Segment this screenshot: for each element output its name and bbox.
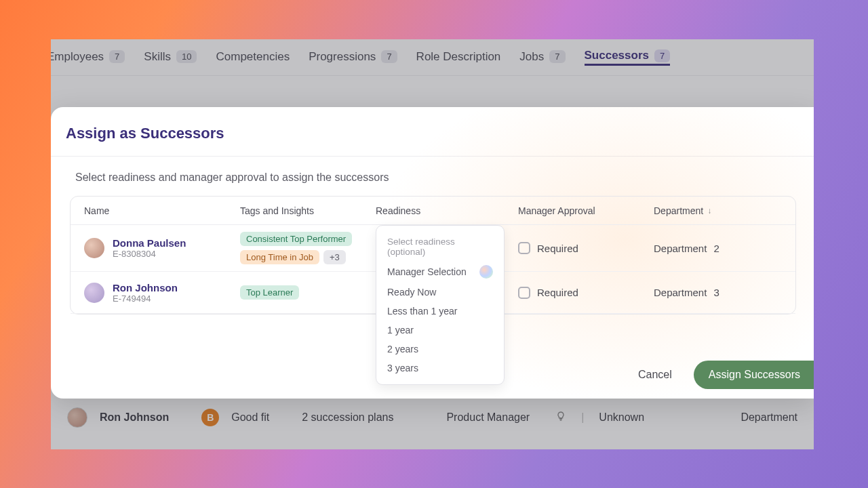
employee-id: E-749494 [113, 293, 178, 304]
col-label: Department [654, 205, 703, 216]
approval-checkbox[interactable] [518, 242, 530, 254]
dropdown-option-2-years[interactable]: 2 years [376, 340, 504, 359]
successors-table: Name Tags and Insights Readiness Manager… [70, 196, 796, 314]
option-label: 1 year [387, 325, 414, 336]
dept-label: Department [654, 243, 707, 254]
tag-more[interactable]: +3 [323, 250, 346, 264]
approval-label: Required [537, 243, 578, 254]
divider: | [581, 411, 584, 424]
department-cell: Department 3 [654, 287, 782, 298]
tabs-bar: Employees 7 Skills 10 Competencies Progr… [51, 39, 814, 76]
tags-cell: Consistent Top Performer Long Time in Jo… [240, 232, 376, 264]
tab-label: Skills [144, 50, 171, 64]
option-label: Manager Selection [387, 266, 467, 277]
fit-badge: B [201, 409, 219, 426]
tab-label: Jobs [519, 50, 544, 64]
dept-num: 2 [713, 243, 719, 254]
tab-jobs[interactable]: Jobs 7 [519, 50, 565, 65]
approval-cell: Required [518, 287, 654, 299]
col-readiness: Readiness [376, 205, 518, 216]
tab-skills[interactable]: Skills 10 [144, 50, 197, 65]
background-list-row: Ron Johnson B Good fit 2 succession plan… [51, 398, 814, 437]
tab-badge: 10 [176, 50, 197, 63]
tab-badge: 7 [549, 50, 565, 63]
tag: Top Learner [240, 285, 299, 300]
col-tags: Tags and Insights [240, 205, 376, 216]
avatar [84, 283, 104, 303]
lightbulb-icon [555, 411, 566, 424]
tab-progressions[interactable]: Progressions 7 [309, 50, 397, 65]
option-label: 3 years [387, 363, 418, 373]
name-cell: Ron Johnson E-749494 [84, 282, 240, 304]
sort-down-icon: ↓ [707, 206, 711, 216]
fit-label: Good fit [231, 411, 269, 424]
readiness-dropdown[interactable]: Select readiness (optional) Manager Sele… [376, 225, 505, 385]
cancel-button[interactable]: Cancel [629, 362, 682, 388]
col-department[interactable]: Department ↓ [654, 205, 782, 216]
dept-label: Department [654, 287, 707, 298]
employee-id: E-8308304 [113, 249, 186, 259]
modal-title: Assign as Successors [51, 125, 814, 156]
dropdown-option-ready-now[interactable]: Ready Now [376, 283, 504, 302]
tab-employees[interactable]: Employees 7 [51, 50, 125, 65]
name-cell: Donna Paulsen E-8308304 [84, 237, 240, 259]
avatar [84, 238, 104, 258]
unknown-text: Unknown [599, 411, 644, 424]
option-label: Less than 1 year [387, 306, 458, 317]
tab-label: Competencies [216, 50, 290, 64]
employee-name: Ron Johnson [113, 282, 178, 293]
option-label: Ready Now [387, 287, 436, 298]
dropdown-option-manager-selection[interactable]: Manager Selection [376, 261, 504, 283]
dropdown-placeholder: Select readiness (optional) [376, 232, 504, 261]
role-text: Product Manager [446, 411, 530, 424]
assign-successors-button[interactable]: Assign Successors [694, 361, 814, 389]
tab-badge: 7 [109, 50, 125, 63]
dept-text: Department [741, 411, 797, 424]
dropdown-option-1-year[interactable]: 1 year [376, 321, 504, 340]
modal-footer: Cancel Assign Successors [629, 361, 814, 389]
tab-role-description[interactable]: Role Description [416, 50, 501, 65]
tab-successors[interactable]: Successors 7 [585, 49, 671, 66]
table-header: Name Tags and Insights Readiness Manager… [71, 197, 795, 225]
modal-subtitle: Select readiness and manager approval to… [51, 157, 814, 196]
gradient-orb-icon [479, 265, 493, 279]
tab-label: Role Description [416, 50, 501, 64]
tag: Long Time in Job [240, 250, 319, 264]
option-label: 2 years [387, 344, 418, 354]
tab-competencies[interactable]: Competencies [216, 50, 290, 65]
dept-num: 3 [713, 287, 719, 298]
tab-badge: 7 [654, 49, 670, 62]
approval-label: Required [537, 287, 578, 298]
tab-badge: 7 [381, 50, 397, 63]
tab-label: Employees [51, 50, 104, 64]
tags-cell: Top Learner [240, 285, 376, 300]
employee-name: Donna Paulsen [113, 237, 186, 249]
approval-cell: Required [518, 242, 654, 254]
employee-name: Ron Johnson [100, 411, 169, 424]
assign-successors-modal: Assign as Successors Select readiness an… [51, 107, 814, 399]
tag: Consistent Top Performer [240, 232, 352, 246]
dropdown-option-less-than-1-year[interactable]: Less than 1 year [376, 302, 504, 321]
tab-label: Successors [585, 49, 649, 62]
col-name: Name [84, 205, 240, 216]
avatar [67, 407, 87, 428]
department-cell: Department 2 [654, 243, 782, 254]
approval-checkbox[interactable] [518, 287, 530, 299]
col-approval: Manager Approval [518, 205, 654, 216]
app-window: Employees 7 Skills 10 Competencies Progr… [51, 39, 814, 449]
dropdown-option-3-years[interactable]: 3 years [376, 359, 504, 378]
plans-text: 2 succession plans [302, 411, 393, 424]
tab-label: Progressions [309, 50, 376, 64]
